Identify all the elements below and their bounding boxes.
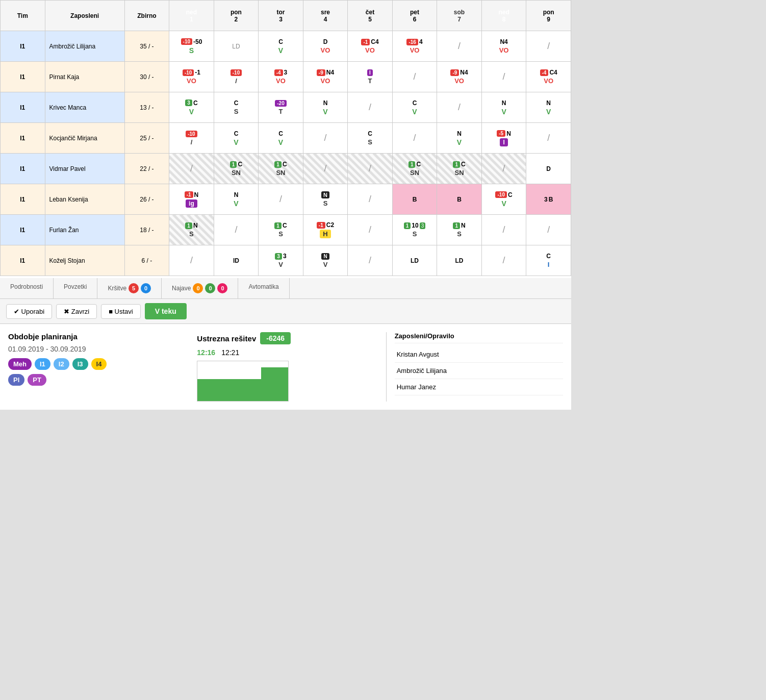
cell-day[interactable]: -10-1VO (169, 62, 214, 92)
cell-day[interactable]: 1CSN (392, 154, 437, 184)
cell-day[interactable]: 3CV (169, 92, 214, 123)
chip-pt[interactable]: PT (28, 374, 46, 386)
tab-podrobnosti[interactable]: Podrobnosti (0, 278, 54, 298)
cell-day[interactable]: / (348, 184, 393, 215)
main-container: Tim Zaposleni Zbirno ned1 pon2 tor3 sre4… (0, 0, 571, 410)
cell-day[interactable]: / (481, 154, 526, 184)
cell-day[interactable]: N4VO (481, 31, 526, 62)
chip-i4[interactable]: I4 (91, 358, 107, 370)
cell-day[interactable]: NV (437, 123, 482, 154)
cell-day[interactable]: -20T (259, 92, 303, 123)
header-day-3: tor3 (259, 1, 303, 31)
tab-povzetki[interactable]: Povzetki (54, 278, 97, 298)
employee-item-2[interactable]: Ambrožič Lilijana (395, 363, 563, 379)
cell-day[interactable]: 33V (259, 245, 303, 276)
cell-day[interactable]: B (437, 184, 482, 215)
cell-day[interactable]: / (214, 215, 259, 245)
cell-day[interactable]: 1103S (392, 215, 437, 245)
cell-day[interactable]: CV (392, 92, 437, 123)
cell-day[interactable]: -10-50S (169, 31, 214, 62)
cell-day[interactable]: -164VO (392, 31, 437, 62)
chip-pl[interactable]: Pl (8, 374, 24, 386)
cell-day[interactable]: -1C2H (303, 215, 348, 245)
cell-day[interactable]: / (392, 62, 437, 92)
tab-avtomatika[interactable]: Avtomatika (238, 278, 289, 298)
chip-i2[interactable]: I2 (54, 358, 69, 370)
tab-najave[interactable]: Najave 0 0 0 (162, 278, 238, 298)
cell-day[interactable]: -10/ (214, 62, 259, 92)
cell-day[interactable]: DVO (303, 31, 348, 62)
cell-day[interactable]: / (392, 123, 437, 154)
cell-day[interactable]: 1CSN (437, 154, 482, 184)
cell-day[interactable]: 1CSN (259, 154, 303, 184)
cell-day[interactable]: / (303, 154, 348, 184)
cell-day[interactable]: 1NS (437, 215, 482, 245)
cell-day[interactable]: / (437, 31, 482, 62)
cell-day[interactable]: -9N4VO (303, 62, 348, 92)
cell-day[interactable]: / (169, 245, 214, 276)
tab-krsitve[interactable]: Kršitve 5 0 (97, 278, 162, 298)
chip-meh[interactable]: Meh (8, 358, 32, 370)
ustavi-button[interactable]: ■ Ustavi (101, 304, 141, 319)
cell-day[interactable]: / (348, 92, 393, 123)
cell-day[interactable]: -4C4VO (526, 62, 571, 92)
cell-day[interactable]: NV (526, 92, 571, 123)
cell-day[interactable]: LD (214, 31, 259, 62)
cell-day[interactable]: NV (481, 92, 526, 123)
employee-item-1[interactable]: Kristan Avgust (395, 346, 563, 363)
cell-day[interactable]: LD (437, 245, 482, 276)
cell-day[interactable]: NV (303, 245, 348, 276)
cell-day[interactable]: / (526, 31, 571, 62)
cell-day[interactable]: IT (348, 62, 393, 92)
zavrzi-button[interactable]: ✖ Zavrzi (56, 304, 97, 319)
najave-badge-pink: 0 (217, 283, 227, 293)
cell-day[interactable]: -9N4VO (437, 62, 482, 92)
cell-day[interactable]: -1C4VO (348, 31, 393, 62)
cell-day[interactable]: B (392, 184, 437, 215)
cell-day[interactable]: CI (526, 245, 571, 276)
cell-day[interactable]: / (526, 123, 571, 154)
cell-day[interactable]: -1Nig (169, 184, 214, 215)
cell-day[interactable]: -5NI (481, 123, 526, 154)
chip-i3[interactable]: I3 (72, 358, 88, 370)
cell-day[interactable]: / (348, 215, 393, 245)
cell-day[interactable]: 3B (526, 184, 571, 215)
cell-day[interactable]: / (481, 245, 526, 276)
cell-day[interactable]: / (303, 123, 348, 154)
cell-day[interactable]: 1CSN (214, 154, 259, 184)
cell-day[interactable]: CV (259, 31, 303, 62)
employee-item-3[interactable]: Humar Janez (395, 379, 563, 395)
cell-day[interactable]: CV (259, 123, 303, 154)
cell-day[interactable]: NV (303, 92, 348, 123)
cell-day[interactable]: CS (214, 92, 259, 123)
cell-day[interactable]: / (169, 154, 214, 184)
v-teku-button[interactable]: V teku (145, 303, 187, 319)
cell-zbirno: 18 / - (124, 215, 169, 245)
header-day-2: pon2 (214, 1, 259, 31)
cell-day[interactable]: / (259, 184, 303, 215)
cell-zaposleni: Koželj Stojan (45, 245, 124, 276)
cell-day[interactable]: NV (214, 184, 259, 215)
cell-day[interactable]: -43VO (259, 62, 303, 92)
cell-day[interactable]: CV (214, 123, 259, 154)
cell-day[interactable]: 1NS (169, 215, 214, 245)
cell-day[interactable]: D (526, 154, 571, 184)
header-day-6: pet6 (392, 1, 437, 31)
cell-day[interactable]: / (348, 154, 393, 184)
cell-day[interactable]: -10CV (481, 184, 526, 215)
cell-day[interactable]: / (526, 215, 571, 245)
cell-day[interactable]: NS (303, 184, 348, 215)
cell-day[interactable]: / (481, 215, 526, 245)
cell-day[interactable]: CS (348, 123, 393, 154)
cell-day[interactable]: ID (214, 245, 259, 276)
cell-day[interactable]: / (481, 62, 526, 92)
cell-day[interactable]: / (348, 245, 393, 276)
cell-day[interactable]: 1CS (259, 215, 303, 245)
cell-day[interactable]: LD (392, 245, 437, 276)
uporabi-button[interactable]: ✔ Uporabi (6, 304, 52, 319)
cell-day[interactable]: / (437, 92, 482, 123)
table-row: I1Furlan Žan18 / -1NS/1CS-1C2H/1103S1NS/… (1, 215, 571, 245)
cell-day[interactable]: -10/ (169, 123, 214, 154)
najave-badge-orange: 0 (193, 283, 203, 293)
chip-i1[interactable]: I1 (35, 358, 50, 370)
